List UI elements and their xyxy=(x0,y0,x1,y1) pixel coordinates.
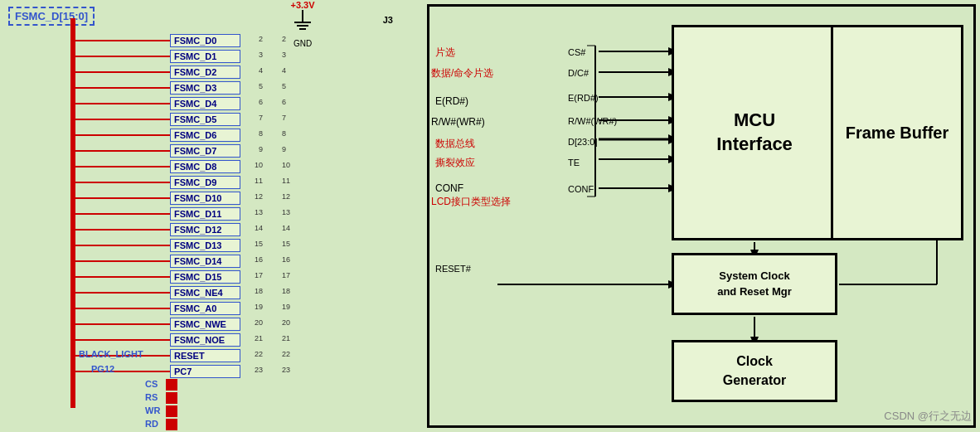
pin-num-left-21: 23 xyxy=(246,366,263,374)
pin-connector-19 xyxy=(75,339,171,341)
conf-label: CONF xyxy=(435,182,463,194)
pin-label-10: FSMC_D10 xyxy=(170,192,240,205)
pin-label-19: FSMC_NOE xyxy=(170,333,240,347)
pin-num-left-4: 6 xyxy=(246,98,263,106)
left-panel: FSMC_D[15:0] +3.3V GND J3 FSMC_D022FSMC_… xyxy=(0,0,423,432)
pin-label-17: FSMC_A0 xyxy=(170,302,240,315)
pin-label-18: FSMC_NWE xyxy=(170,318,240,331)
pin-connector-10 xyxy=(75,197,171,199)
black-light-label: BLACK_LIGHT xyxy=(79,349,143,359)
rs-block xyxy=(166,392,177,404)
pin-connector-15 xyxy=(75,276,171,278)
pian-xuan-label: 片选 xyxy=(435,46,455,60)
rd-label: RD xyxy=(145,419,158,429)
pin-num-left-6: 8 xyxy=(246,129,263,138)
pin-num-left-0: 2 xyxy=(246,35,263,43)
pin-num-right-6: 8 xyxy=(282,129,298,138)
pin-label-9: FSMC_D9 xyxy=(170,176,240,189)
pin-num-left-20: 22 xyxy=(246,350,263,358)
pin-label-5: FSMC_D5 xyxy=(170,113,240,126)
data-bus-label: 数据总线 xyxy=(435,137,475,151)
pin-num-right-17: 19 xyxy=(282,303,298,311)
pin-label-14: FSMC_D14 xyxy=(170,255,240,268)
pin-num-right-5: 7 xyxy=(282,114,298,122)
pin-label-21: PC7 xyxy=(170,365,240,378)
pin-connector-11 xyxy=(75,213,171,215)
pin-num-left-7: 9 xyxy=(246,145,263,153)
wr-label: WR xyxy=(145,405,160,415)
pin-num-left-8: 10 xyxy=(246,161,263,169)
pin-num-right-8: 10 xyxy=(282,161,298,169)
pin-label-0: FSMC_D0 xyxy=(170,34,240,47)
erd-label: E(RD#) xyxy=(435,95,468,107)
pin-connector-6 xyxy=(75,134,171,136)
main-container: FSMC_D[15:0] +3.3V GND J3 FSMC_D022FSMC_… xyxy=(0,0,980,432)
pin-num-right-13: 15 xyxy=(282,240,298,248)
pin-connector-5 xyxy=(75,119,171,120)
pin-connector-1 xyxy=(75,56,171,57)
bus-label: FSMC_D[15:0] xyxy=(8,7,95,26)
cs-block xyxy=(166,379,177,391)
pin-num-right-18: 20 xyxy=(282,318,298,327)
pin-num-left-15: 17 xyxy=(246,271,263,279)
rw-sig: R/W#(WR#) xyxy=(568,116,617,126)
data-sig: D[23:0] xyxy=(568,137,597,147)
reset-sig: RESET# xyxy=(435,264,471,274)
rw-label: R/W#(WR#) xyxy=(431,116,485,128)
pin-connector-13 xyxy=(75,245,171,246)
te-sig: TE xyxy=(568,158,580,167)
tearing-label: 撕裂效应 xyxy=(435,156,475,170)
watermark: CSDN @行之无边 xyxy=(884,409,972,424)
pin-num-right-7: 9 xyxy=(282,145,298,153)
pin-connector-21 xyxy=(75,371,171,372)
pin-connector-7 xyxy=(75,150,171,152)
pin-label-8: FSMC_D8 xyxy=(170,160,240,173)
pin-num-left-1: 3 xyxy=(246,51,263,59)
rs-label: RS xyxy=(145,392,158,402)
clock-gen-block: ClockGenerator xyxy=(672,340,837,402)
pin-connector-3 xyxy=(75,87,171,89)
erd-sig: E(RD#) xyxy=(568,93,599,103)
pin-num-right-19: 21 xyxy=(282,334,298,342)
wr-block xyxy=(166,405,177,417)
pin-num-right-16: 18 xyxy=(282,287,298,295)
rd-block xyxy=(166,419,177,430)
clock-gen-text: ClockGenerator xyxy=(723,352,786,390)
pin-num-left-12: 14 xyxy=(246,224,263,232)
pin-num-right-3: 5 xyxy=(282,82,298,90)
pin-label-11: FSMC_D11 xyxy=(170,207,240,221)
pin-num-left-14: 16 xyxy=(246,255,263,264)
pin-num-left-13: 15 xyxy=(246,240,263,248)
pin-num-right-11: 13 xyxy=(282,208,298,216)
sysclock-block: System Clockand Reset Mgr xyxy=(672,253,837,315)
pin-num-right-4: 6 xyxy=(282,98,298,106)
pin-num-right-14: 16 xyxy=(282,255,298,264)
right-content: 片选 数据/命令片选 E(RD#) R/W#(WR#) 数据总线 撕裂效应 CO… xyxy=(423,0,980,432)
cs-sig: CS# xyxy=(568,47,585,57)
pin-num-left-19: 21 xyxy=(246,334,263,342)
pin-label-7: FSMC_D7 xyxy=(170,144,240,158)
right-panel: 片选 数据/命令片选 E(RD#) R/W#(WR#) 数据总线 撕裂效应 CO… xyxy=(423,0,980,432)
pin-num-right-1: 3 xyxy=(282,51,298,59)
mcu-interface-text: MCUInterface xyxy=(716,109,793,156)
pin-num-left-11: 13 xyxy=(246,208,263,216)
pin-num-right-10: 12 xyxy=(282,192,298,201)
pin-num-right-12: 14 xyxy=(282,224,298,232)
power-label: +3.3V xyxy=(290,0,315,10)
pin-connector-14 xyxy=(75,260,171,262)
pin-num-right-20: 22 xyxy=(282,350,298,358)
pin-connector-17 xyxy=(75,308,171,309)
pin-connector-2 xyxy=(75,71,171,73)
pin-connector-9 xyxy=(75,182,171,183)
pin-num-right-21: 23 xyxy=(282,366,298,374)
pin-num-right-0: 2 xyxy=(282,35,298,43)
pin-label-4: FSMC_D4 xyxy=(170,97,240,110)
pin-label-6: FSMC_D6 xyxy=(170,129,240,142)
pin-label-20: RESET xyxy=(170,349,240,362)
pin-num-left-10: 12 xyxy=(246,192,263,201)
conf-sig: CONF xyxy=(568,184,594,194)
frame-buffer-text: Frame Buffer xyxy=(846,122,948,143)
pin-label-12: FSMC_D12 xyxy=(170,223,240,236)
sysclock-text: System Clockand Reset Mgr xyxy=(717,269,792,299)
pin-num-left-9: 11 xyxy=(246,177,263,185)
